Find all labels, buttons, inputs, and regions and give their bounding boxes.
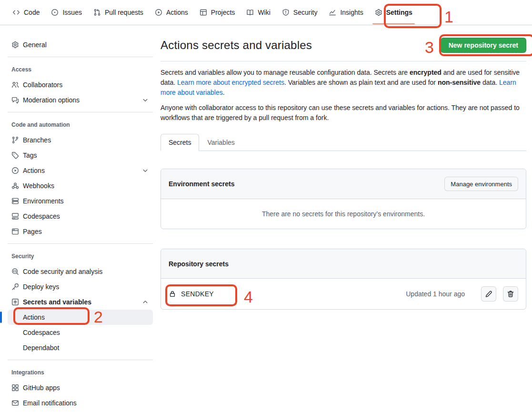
sidebar-item-label: Environments (23, 197, 64, 205)
nav-tab-issues[interactable]: Issues (47, 0, 86, 25)
book-icon (246, 9, 254, 16)
nav-tab-label: Security (293, 9, 318, 16)
text-segment: data. (481, 79, 499, 86)
nav-tab-label: Actions (166, 9, 188, 16)
learn-more-link[interactable]: Learn more about encrypted secrets (177, 79, 284, 86)
sidebar-item-label: GitHub apps (23, 384, 60, 392)
sidebar-item-email-notifications[interactable]: Email notifications (8, 395, 153, 411)
gear-icon (11, 41, 19, 49)
issue-opened-icon (51, 9, 59, 16)
nav-tab-label: Projects (211, 9, 235, 16)
mail-icon (11, 399, 19, 407)
text-segment: Secrets and variables allow you to manag… (161, 69, 410, 76)
server-icon (11, 197, 19, 205)
nav-tab-code[interactable]: Code (8, 0, 44, 25)
page-head: Actions secrets and variables New reposi… (161, 38, 526, 61)
sidebar-item-webhooks[interactable]: Webhooks (8, 178, 153, 193)
sidebar-item-moderation-options[interactable]: Moderation options (8, 92, 153, 108)
environment-secrets-header: Environment secrets Manage environments (161, 169, 526, 199)
chevron-up-icon (141, 298, 149, 306)
graph-icon (329, 9, 336, 16)
nav-tab-settings[interactable]: Settings (371, 0, 417, 25)
sidebar-item-code-security-and-analysis[interactable]: Code security and analysis (8, 264, 153, 279)
collaborator-note-paragraph: Anyone with collaborator access to this … (161, 103, 526, 123)
table-icon (200, 9, 207, 16)
nav-tab-label: Pull requests (105, 9, 143, 16)
new-repository-secret-button[interactable]: New repository secret (441, 38, 526, 53)
sidebar-divider (8, 243, 153, 244)
nav-tab-pull-requests[interactable]: Pull requests (89, 0, 148, 25)
sidebar-item-label: Tags (23, 151, 37, 159)
sidebar-item-collaborators[interactable]: Collaborators (8, 77, 153, 92)
sidebar-item-codespaces[interactable]: Codespaces (8, 209, 153, 224)
main-content: Actions secrets and variables New reposi… (161, 25, 532, 310)
sidebar-item-label: Moderation options (23, 96, 80, 104)
nav-tab-label: Issues (62, 9, 81, 16)
secrets-variables-tabs: SecretsVariables (161, 134, 526, 151)
sidebar-item-actions[interactable]: Actions (8, 310, 153, 325)
people-icon (11, 81, 19, 89)
sidebar-item-label: Webhooks (23, 182, 54, 190)
play-icon (11, 167, 19, 174)
secret-row: SENDKEY Updated 1 hour ago (161, 279, 526, 309)
nav-tab-actions[interactable]: Actions (151, 0, 192, 25)
codespaces-icon (11, 212, 19, 220)
nav-tab-security[interactable]: Security (278, 0, 322, 25)
tab-secrets[interactable]: Secrets (161, 134, 199, 151)
nav-tab-insights[interactable]: Insights (324, 0, 367, 25)
environment-secrets-title: Environment secrets (169, 180, 235, 188)
sidebar-item-label: Pages (23, 228, 42, 235)
sidebar-item-github-apps[interactable]: GitHub apps (8, 380, 153, 395)
sidebar-divider (8, 112, 153, 112)
sidebar-item-label: Branches (23, 136, 51, 144)
sidebar-divider (8, 360, 153, 360)
sidebar-item-label: Actions (23, 167, 45, 174)
nav-tab-projects[interactable]: Projects (195, 0, 240, 25)
edit-secret-button[interactable] (481, 286, 496, 302)
sidebar-item-label: Deploy keys (23, 283, 59, 291)
sidebar-item-tags[interactable]: Tags (8, 148, 153, 163)
sidebar-divider (8, 57, 153, 57)
environment-secrets-card: Environment secrets Manage environments … (161, 169, 526, 229)
tab-variables[interactable]: Variables (199, 134, 242, 151)
sidebar-item-label: General (23, 41, 47, 49)
sidebar-section-title: Code and automation (8, 117, 153, 132)
repo-tab-bar: Code Issues Pull requests Actions Projec… (0, 0, 532, 25)
sidebar-item-label: Dependabot (23, 344, 59, 352)
text-segment: . Variables are shown as plain text and … (284, 79, 438, 86)
sidebar-item-label: Codespaces (23, 212, 60, 220)
sidebar-item-label: Collaborators (23, 81, 62, 89)
delete-secret-button[interactable] (503, 286, 518, 302)
sidebar-item-label: Email notifications (23, 399, 77, 407)
sidebar-item-label: Code security and analysis (23, 268, 102, 275)
settings-sidebar: General Access Collaborators Moderation … (0, 25, 161, 411)
text-segment: . (223, 89, 225, 96)
secret-name: SENDKEY (181, 290, 214, 298)
sidebar-item-branches[interactable]: Branches (8, 132, 153, 148)
environment-secrets-empty-message: There are no secrets for this repository… (161, 199, 526, 229)
page-title: Actions secrets and variables (161, 39, 312, 52)
intro-paragraph: Secrets and variables allow you to manag… (161, 68, 526, 98)
git-branch-icon (11, 136, 19, 144)
sidebar-item-codespaces[interactable]: Codespaces (8, 325, 153, 340)
sidebar-item-actions[interactable]: Actions (8, 163, 153, 178)
chevron-down-icon (141, 96, 149, 104)
sidebar-item-dependabot[interactable]: Dependabot (8, 340, 153, 355)
manage-environments-button[interactable]: Manage environments (444, 177, 518, 191)
repository-secrets-title: Repository secrets (169, 260, 229, 268)
sidebar-item-secrets-and-variables[interactable]: Secrets and variables (8, 294, 153, 310)
sidebar-item-general[interactable]: General (8, 37, 153, 52)
nav-tab-wiki[interactable]: Wiki (242, 0, 274, 25)
sidebar-section-title: Access (8, 61, 153, 77)
lock-icon (169, 290, 176, 298)
sidebar-item-deploy-keys[interactable]: Deploy keys (8, 279, 153, 294)
sidebar-item-pages[interactable]: Pages (8, 224, 153, 239)
play-icon (155, 9, 162, 16)
git-pull-request-icon (93, 9, 101, 16)
sidebar-item-environments[interactable]: Environments (8, 193, 153, 209)
sidebar-section-title: Security (8, 248, 153, 264)
sidebar-section-title: Integrations (8, 364, 153, 380)
key-asterisk-icon (11, 298, 19, 306)
pencil-icon (485, 290, 492, 298)
sidebar-item-label: Codespaces (23, 329, 60, 336)
